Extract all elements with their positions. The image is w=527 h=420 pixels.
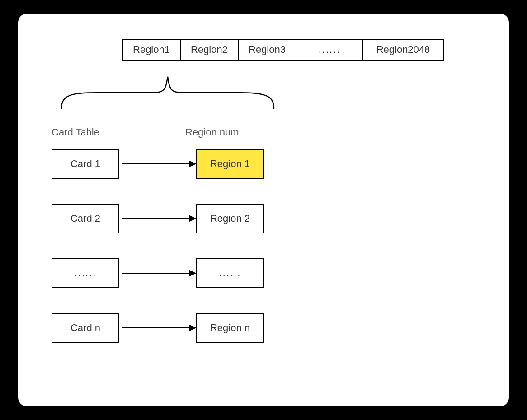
mapping-row: Card n Region n bbox=[52, 313, 264, 343]
region-box-highlighted: Region 1 bbox=[196, 149, 264, 179]
arrow-icon bbox=[119, 319, 196, 337]
card-box-ellipsis: ...... bbox=[52, 258, 119, 288]
svg-marker-1 bbox=[189, 161, 195, 167]
column-headers: Card Table Region num bbox=[52, 126, 239, 138]
svg-marker-3 bbox=[189, 216, 195, 221]
region-num-header: Region num bbox=[185, 126, 239, 138]
region-box-ellipsis: ...... bbox=[196, 258, 264, 288]
svg-marker-5 bbox=[189, 271, 195, 276]
arrow-icon bbox=[119, 155, 196, 173]
diagram-canvas: Region1 Region2 Region3 ...... Region204… bbox=[18, 14, 509, 406]
region-box: Region n bbox=[196, 313, 264, 343]
mapping-row: ...... ...... bbox=[52, 258, 264, 288]
region-cell: Region3 bbox=[238, 39, 296, 61]
card-box: Card n bbox=[52, 313, 119, 343]
region-cell: Region2048 bbox=[362, 39, 444, 61]
region-row: Region1 Region2 Region3 ...... Region204… bbox=[123, 39, 444, 61]
region-cell: Region2 bbox=[180, 39, 239, 61]
card-table-header: Card Table bbox=[52, 126, 99, 138]
mapping-area: Card 1 Region 1 Card 2 Region 2 ...... .… bbox=[52, 149, 264, 368]
svg-marker-7 bbox=[189, 325, 195, 331]
arrow-icon bbox=[119, 210, 196, 228]
card-box: Card 2 bbox=[52, 204, 119, 233]
region-box: Region 2 bbox=[196, 204, 264, 233]
card-box: Card 1 bbox=[52, 149, 119, 179]
mapping-row: Card 1 Region 1 bbox=[52, 149, 264, 179]
brace-icon bbox=[57, 68, 278, 113]
region-cell-ellipsis: ...... bbox=[296, 39, 363, 61]
mapping-row: Card 2 Region 2 bbox=[52, 204, 264, 233]
arrow-icon bbox=[119, 264, 196, 282]
region-cell: Region1 bbox=[122, 39, 181, 61]
